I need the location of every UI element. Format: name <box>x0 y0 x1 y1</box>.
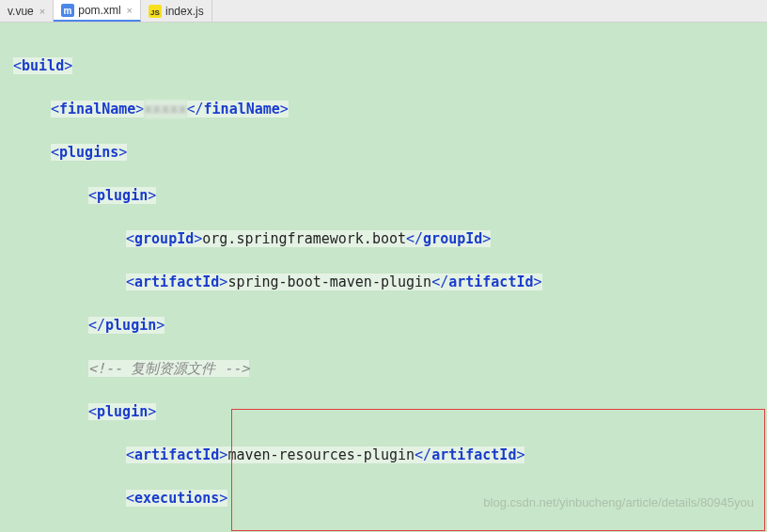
close-icon[interactable]: × <box>39 6 45 17</box>
close-icon[interactable]: × <box>127 5 133 16</box>
tab-vue[interactable]: v.vue × <box>0 0 54 22</box>
svg-text:JS: JS <box>150 8 160 17</box>
code-editor[interactable]: <build> <finalName>xxxxx</finalName> <pl… <box>0 23 767 532</box>
tab-pom-xml[interactable]: m pom.xml × <box>54 0 141 22</box>
tab-label: pom.xml <box>78 4 120 17</box>
tab-bar: v.vue × m pom.xml × JS index.js <box>0 0 767 23</box>
final-name-value: xxxxx <box>144 101 186 117</box>
highlight-box <box>231 409 765 531</box>
tab-label: index.js <box>165 5 204 18</box>
js-icon: JS <box>149 5 162 18</box>
tab-label: v.vue <box>8 5 34 18</box>
maven-icon: m <box>61 4 74 17</box>
group-id-value: org.springframework.boot <box>202 230 406 247</box>
svg-text:m: m <box>64 6 72 16</box>
artifact-id-value: maven-resources-plugin <box>227 446 415 463</box>
tab-index-js[interactable]: JS index.js <box>141 0 212 22</box>
xml-comment: <!-- 复制资源文件 --> <box>88 360 249 377</box>
artifact-id-value: spring-boot-maven-plugin <box>227 274 431 290</box>
xml-tag: build <box>22 57 64 74</box>
